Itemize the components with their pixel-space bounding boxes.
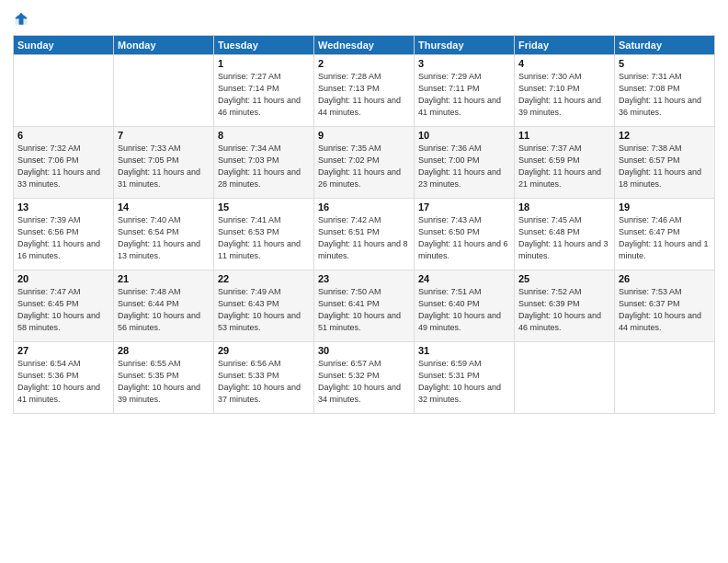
calendar-cell: 26Sunrise: 7:53 AMSunset: 6:37 PMDayligh…: [615, 270, 715, 342]
header: [13, 11, 715, 28]
calendar-cell: 13Sunrise: 7:39 AMSunset: 6:56 PMDayligh…: [14, 199, 114, 270]
day-number: 9: [318, 130, 410, 141]
day-info: Sunrise: 7:34 AMSunset: 7:03 PMDaylight:…: [218, 143, 310, 190]
day-number: 30: [318, 345, 410, 356]
calendar-week-4: 20Sunrise: 7:47 AMSunset: 6:45 PMDayligh…: [14, 270, 715, 342]
calendar-cell: 5Sunrise: 7:31 AMSunset: 7:08 PMDaylight…: [615, 55, 715, 127]
day-info: Sunrise: 7:29 AMSunset: 7:11 PMDaylight:…: [418, 71, 510, 119]
day-info: Sunrise: 7:49 AMSunset: 6:43 PMDaylight:…: [218, 286, 310, 334]
day-number: 2: [318, 58, 410, 69]
day-number: 3: [418, 58, 510, 69]
day-number: 22: [218, 273, 310, 284]
day-number: 11: [518, 130, 610, 141]
day-info: Sunrise: 7:50 AMSunset: 6:41 PMDaylight:…: [318, 286, 410, 334]
day-info: Sunrise: 7:51 AMSunset: 6:40 PMDaylight:…: [418, 286, 510, 334]
logo-icon: [13, 11, 29, 28]
day-info: Sunrise: 7:37 AMSunset: 6:59 PMDaylight:…: [518, 143, 610, 190]
calendar-cell: 20Sunrise: 7:47 AMSunset: 6:45 PMDayligh…: [14, 270, 114, 342]
col-header-sunday: Sunday: [14, 36, 114, 55]
day-info: Sunrise: 6:55 AMSunset: 5:35 PMDaylight:…: [118, 358, 210, 406]
calendar-cell: 6Sunrise: 7:32 AMSunset: 7:06 PMDaylight…: [14, 127, 114, 199]
logo: [13, 11, 33, 28]
day-number: 14: [118, 201, 210, 213]
day-info: Sunrise: 7:38 AMSunset: 6:57 PMDaylight:…: [619, 143, 711, 190]
calendar-cell: [515, 342, 615, 414]
calendar-cell: 28Sunrise: 6:55 AMSunset: 5:35 PMDayligh…: [114, 342, 214, 414]
calendar-page: SundayMondayTuesdayWednesdayThursdayFrid…: [0, 0, 728, 563]
day-info: Sunrise: 7:43 AMSunset: 6:50 PMDaylight:…: [418, 214, 510, 262]
calendar-cell: 10Sunrise: 7:36 AMSunset: 7:00 PMDayligh…: [415, 127, 515, 199]
day-info: Sunrise: 7:53 AMSunset: 6:37 PMDaylight:…: [619, 286, 711, 334]
day-number: 27: [17, 345, 109, 356]
calendar-cell: 12Sunrise: 7:38 AMSunset: 6:57 PMDayligh…: [615, 127, 715, 199]
calendar-cell: [14, 55, 114, 127]
day-info: Sunrise: 7:47 AMSunset: 6:45 PMDaylight:…: [17, 286, 109, 334]
col-header-monday: Monday: [114, 36, 214, 55]
col-header-friday: Friday: [515, 36, 615, 55]
day-info: Sunrise: 7:30 AMSunset: 7:10 PMDaylight:…: [518, 71, 610, 119]
day-info: Sunrise: 7:35 AMSunset: 7:02 PMDaylight:…: [318, 143, 410, 190]
day-info: Sunrise: 7:46 AMSunset: 6:47 PMDaylight:…: [619, 214, 711, 262]
day-info: Sunrise: 6:54 AMSunset: 5:36 PMDaylight:…: [17, 358, 109, 406]
col-header-tuesday: Tuesday: [214, 36, 314, 55]
calendar-week-1: 1Sunrise: 7:27 AMSunset: 7:14 PMDaylight…: [14, 55, 715, 127]
day-number: 16: [318, 201, 410, 213]
calendar-cell: 18Sunrise: 7:45 AMSunset: 6:48 PMDayligh…: [515, 199, 615, 270]
day-info: Sunrise: 7:52 AMSunset: 6:39 PMDaylight:…: [518, 286, 610, 334]
calendar-cell: 2Sunrise: 7:28 AMSunset: 7:13 PMDaylight…: [314, 55, 415, 127]
day-info: Sunrise: 6:59 AMSunset: 5:31 PMDaylight:…: [418, 358, 510, 406]
calendar-cell: 9Sunrise: 7:35 AMSunset: 7:02 PMDaylight…: [314, 127, 415, 199]
calendar-cell: 4Sunrise: 7:30 AMSunset: 7:10 PMDaylight…: [515, 55, 615, 127]
day-number: 8: [218, 130, 310, 141]
day-number: 20: [17, 273, 109, 284]
calendar-header-row: SundayMondayTuesdayWednesdayThursdayFrid…: [14, 36, 715, 55]
day-info: Sunrise: 7:28 AMSunset: 7:13 PMDaylight:…: [318, 71, 410, 119]
calendar-cell: [114, 55, 214, 127]
day-info: Sunrise: 7:41 AMSunset: 6:53 PMDaylight:…: [218, 214, 310, 262]
calendar-cell: 27Sunrise: 6:54 AMSunset: 5:36 PMDayligh…: [14, 342, 114, 414]
day-number: 24: [418, 273, 510, 284]
day-info: Sunrise: 7:42 AMSunset: 6:51 PMDaylight:…: [318, 214, 410, 262]
day-number: 29: [218, 345, 310, 356]
calendar-cell: [615, 342, 715, 414]
day-number: 13: [17, 201, 109, 213]
calendar-week-2: 6Sunrise: 7:32 AMSunset: 7:06 PMDaylight…: [14, 127, 715, 199]
calendar-cell: 23Sunrise: 7:50 AMSunset: 6:41 PMDayligh…: [314, 270, 415, 342]
calendar-cell: 25Sunrise: 7:52 AMSunset: 6:39 PMDayligh…: [515, 270, 615, 342]
col-header-wednesday: Wednesday: [314, 36, 415, 55]
day-number: 15: [218, 201, 310, 213]
calendar-cell: 21Sunrise: 7:48 AMSunset: 6:44 PMDayligh…: [114, 270, 214, 342]
day-info: Sunrise: 7:45 AMSunset: 6:48 PMDaylight:…: [518, 214, 610, 262]
day-number: 19: [619, 201, 711, 213]
calendar-cell: 16Sunrise: 7:42 AMSunset: 6:51 PMDayligh…: [314, 199, 415, 270]
day-info: Sunrise: 7:33 AMSunset: 7:05 PMDaylight:…: [118, 143, 210, 190]
calendar-cell: 29Sunrise: 6:56 AMSunset: 5:33 PMDayligh…: [214, 342, 314, 414]
day-number: 12: [619, 130, 711, 141]
calendar-cell: 19Sunrise: 7:46 AMSunset: 6:47 PMDayligh…: [615, 199, 715, 270]
day-number: 31: [418, 345, 510, 356]
day-number: 1: [218, 58, 310, 69]
day-number: 17: [418, 201, 510, 213]
calendar-cell: 8Sunrise: 7:34 AMSunset: 7:03 PMDaylight…: [214, 127, 314, 199]
day-info: Sunrise: 7:48 AMSunset: 6:44 PMDaylight:…: [118, 286, 210, 334]
calendar-cell: 24Sunrise: 7:51 AMSunset: 6:40 PMDayligh…: [415, 270, 515, 342]
day-number: 23: [318, 273, 410, 284]
calendar-week-5: 27Sunrise: 6:54 AMSunset: 5:36 PMDayligh…: [14, 342, 715, 414]
day-number: 4: [518, 58, 610, 69]
calendar-cell: 14Sunrise: 7:40 AMSunset: 6:54 PMDayligh…: [114, 199, 214, 270]
day-number: 25: [518, 273, 610, 284]
calendar-cell: 3Sunrise: 7:29 AMSunset: 7:11 PMDaylight…: [415, 55, 515, 127]
day-number: 18: [518, 201, 610, 213]
calendar-week-3: 13Sunrise: 7:39 AMSunset: 6:56 PMDayligh…: [14, 199, 715, 270]
day-number: 26: [619, 273, 711, 284]
col-header-saturday: Saturday: [615, 36, 715, 55]
calendar-table: SundayMondayTuesdayWednesdayThursdayFrid…: [13, 35, 715, 414]
calendar-cell: 1Sunrise: 7:27 AMSunset: 7:14 PMDaylight…: [214, 55, 314, 127]
day-info: Sunrise: 7:32 AMSunset: 7:06 PMDaylight:…: [17, 143, 109, 190]
calendar-cell: 22Sunrise: 7:49 AMSunset: 6:43 PMDayligh…: [214, 270, 314, 342]
day-number: 10: [418, 130, 510, 141]
day-number: 7: [118, 130, 210, 141]
day-info: Sunrise: 6:56 AMSunset: 5:33 PMDaylight:…: [218, 358, 310, 406]
calendar-cell: 17Sunrise: 7:43 AMSunset: 6:50 PMDayligh…: [415, 199, 515, 270]
day-number: 28: [118, 345, 210, 356]
